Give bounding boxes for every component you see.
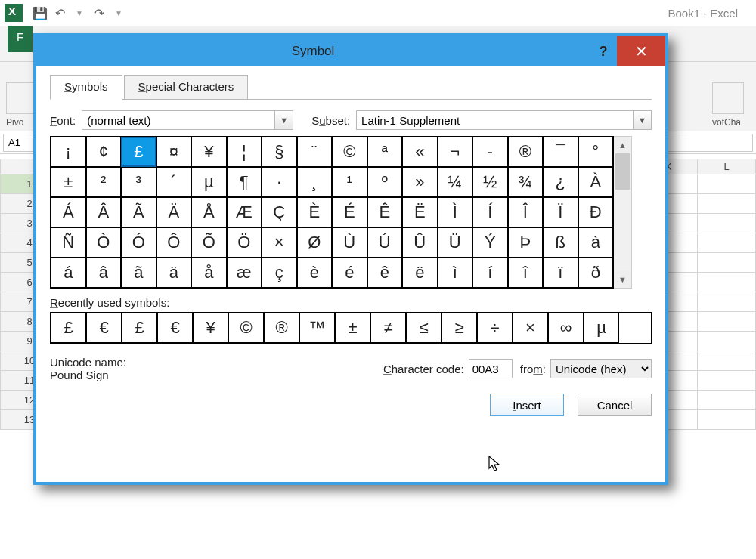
recent-symbol-cell[interactable]: € (86, 313, 122, 343)
recent-symbol-cell[interactable]: ≠ (370, 313, 406, 343)
recent-symbol-cell[interactable]: ¥ (193, 313, 228, 343)
cancel-button[interactable]: Cancel (578, 394, 652, 416)
symbol-cell[interactable]: ã (121, 258, 156, 288)
symbol-cell[interactable]: é (332, 258, 367, 288)
symbol-cell[interactable]: ¶ (227, 167, 262, 197)
symbol-cell[interactable]: ¼ (438, 167, 473, 197)
cell[interactable] (698, 312, 756, 332)
symbol-cell[interactable]: ° (578, 137, 614, 167)
font-combobox[interactable]: ▼ (82, 110, 293, 130)
cell[interactable] (698, 371, 756, 391)
symbol-cell[interactable]: ± (51, 167, 86, 197)
symbol-cell[interactable]: ® (508, 137, 544, 167)
cell[interactable] (698, 410, 756, 430)
symbol-cell[interactable]: Ó (121, 227, 156, 258)
symbol-cell[interactable]: Æ (227, 197, 262, 227)
save-button[interactable]: 💾 (30, 3, 50, 23)
symbol-cell[interactable]: ì (438, 258, 473, 288)
symbol-cell[interactable]: È (297, 197, 333, 227)
symbol-cell[interactable]: Å (191, 197, 227, 227)
symbol-cell[interactable]: ² (86, 167, 122, 197)
symbol-cell[interactable]: É (332, 197, 367, 227)
symbol-cell[interactable]: × (262, 227, 297, 258)
tab-symbols[interactable]: Symbols (50, 75, 122, 100)
cell[interactable] (698, 233, 756, 253)
redo-button[interactable]: ↷ (89, 3, 109, 23)
dialog-titlebar[interactable]: Symbol ? ✕ (36, 36, 665, 66)
symbol-cell[interactable]: ä (156, 258, 192, 288)
symbol-cell[interactable]: Ö (227, 227, 262, 258)
chevron-down-icon[interactable]: ▼ (274, 111, 293, 129)
symbol-cell[interactable]: Î (508, 197, 544, 227)
cell[interactable] (698, 174, 756, 194)
recent-symbol-cell[interactable]: ± (335, 313, 370, 343)
symbol-cell[interactable]: í (472, 258, 508, 288)
help-button[interactable]: ? (590, 44, 617, 60)
symbol-cell[interactable]: ë (402, 258, 438, 288)
symbol-cell[interactable]: · (262, 167, 297, 197)
close-button[interactable]: ✕ (617, 36, 665, 66)
symbol-cell[interactable]: ¨ (297, 137, 333, 167)
symbol-cell[interactable]: ð (578, 258, 614, 288)
symbol-cell[interactable]: ¯ (543, 137, 578, 167)
recent-symbol-cell[interactable]: £ (122, 313, 157, 343)
symbol-cell[interactable]: Õ (191, 227, 227, 258)
symbol-cell[interactable]: ï (543, 258, 578, 288)
insert-button[interactable]: Insert (490, 394, 564, 416)
cell[interactable] (698, 194, 756, 214)
symbol-cell[interactable]: Ï (543, 197, 578, 227)
symbol-cell[interactable]: ¦ (227, 137, 262, 167)
recent-symbol-cell[interactable]: ÷ (477, 313, 513, 343)
symbol-cell[interactable]: ß (543, 227, 578, 258)
undo-button[interactable]: ↶ (50, 3, 70, 23)
cell[interactable] (698, 351, 756, 371)
symbol-cell[interactable]: Ý (472, 227, 508, 258)
recent-symbol-cell[interactable]: × (513, 313, 548, 343)
symbol-cell[interactable]: à (578, 227, 614, 258)
symbol-cell[interactable]: Ò (86, 227, 122, 258)
scroll-down-icon[interactable]: ▼ (614, 271, 631, 288)
symbol-cell[interactable]: Ø (297, 227, 333, 258)
ribbon-tab-active[interactable]: F (8, 26, 33, 52)
symbol-cell[interactable]: Ã (121, 197, 156, 227)
symbol-cell[interactable]: ¬ (438, 137, 473, 167)
column-header[interactable]: L (698, 159, 756, 174)
symbol-cell[interactable]: « (402, 137, 438, 167)
cell[interactable] (698, 332, 756, 351)
symbol-cell[interactable]: ç (262, 258, 297, 288)
symbol-cell[interactable]: ³ (121, 167, 156, 197)
recent-symbol-cell[interactable]: £ (51, 313, 86, 343)
recent-symbol-cell[interactable]: ≥ (442, 313, 477, 343)
symbol-cell[interactable]: Ô (156, 227, 192, 258)
symbol-cell[interactable]: ¹ (332, 167, 367, 197)
symbol-cell[interactable]: æ (227, 258, 262, 288)
symbol-cell[interactable]: Û (402, 227, 438, 258)
symbol-cell[interactable]: Ê (367, 197, 403, 227)
cell[interactable] (698, 292, 756, 312)
symbol-cell[interactable]: £ (121, 137, 156, 167)
subset-combobox[interactable]: ▼ (356, 110, 652, 130)
redo-menu-icon[interactable]: ▼ (109, 3, 129, 23)
symbol-cell[interactable]: Ð (578, 197, 614, 227)
symbol-cell[interactable]: ¥ (191, 137, 227, 167)
symbol-cell[interactable]: á (51, 258, 86, 288)
symbol-cell[interactable]: ¾ (508, 167, 544, 197)
tab-special-characters[interactable]: Special Characters (124, 75, 249, 100)
symbol-cell[interactable]: ¤ (156, 137, 192, 167)
recent-symbol-cell[interactable]: ∞ (548, 313, 584, 343)
chevron-down-icon[interactable]: ▼ (633, 111, 651, 129)
subset-input[interactable] (357, 111, 633, 129)
symbol-cell[interactable]: Ñ (51, 227, 86, 258)
symbol-cell[interactable]: ¸ (297, 167, 333, 197)
symbol-cell[interactable]: Ë (402, 197, 438, 227)
recent-symbol-cell[interactable]: ® (264, 313, 299, 343)
symbol-cell[interactable]: µ (191, 167, 227, 197)
symbol-cell[interactable]: å (191, 258, 227, 288)
recent-symbol-cell[interactable]: ™ (299, 313, 335, 343)
symbol-scrollbar[interactable]: ▲ ▼ (614, 136, 632, 289)
symbol-cell[interactable]: Ú (367, 227, 403, 258)
symbol-cell[interactable]: Ç (262, 197, 297, 227)
cell[interactable] (698, 391, 756, 410)
symbol-cell[interactable]: © (332, 137, 367, 167)
from-select[interactable]: Unicode (hex) (550, 359, 652, 378)
